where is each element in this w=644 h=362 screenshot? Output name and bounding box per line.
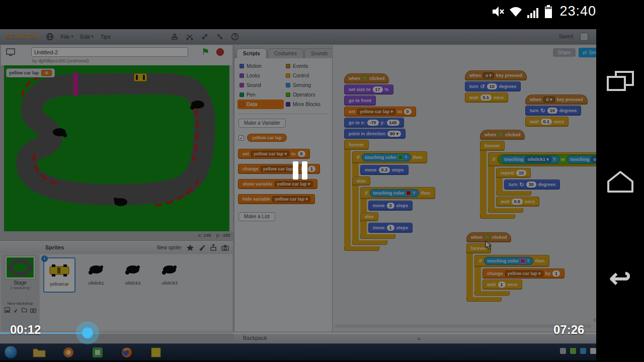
block-help-icon[interactable] [231, 33, 239, 41]
camera-backdrop-icon[interactable] [30, 307, 36, 313]
value-slot[interactable]: 3 [387, 203, 394, 209]
script-stack[interactable]: when⚑clickedforeveriftouching color?then… [466, 232, 565, 302]
sprite-library-icon[interactable] [187, 244, 194, 251]
scripts-pane[interactable]: Share ⇄ See project page when⚑clickedset… [333, 45, 601, 332]
dropdown[interactable]: yellow car lap ▾ [275, 181, 313, 187]
value-slot[interactable]: 10 [487, 83, 497, 89]
stack-block[interactable]: wait0.5secs [496, 197, 539, 207]
category-pen[interactable]: Pen [237, 90, 284, 100]
stack-block[interactable]: turn↻30degrees [504, 179, 560, 190]
language-globe-icon[interactable] [46, 33, 54, 41]
value-slot[interactable]: 1 [552, 270, 560, 277]
paint-backdrop-icon[interactable] [13, 307, 19, 313]
value-slot[interactable]: 0.1 [480, 95, 492, 101]
color-swatch[interactable] [398, 155, 403, 160]
category-events[interactable]: Events [284, 61, 332, 71]
tab-sounds[interactable]: Sounds [304, 48, 333, 58]
script-stack[interactable]: whena ▾key pressedturn↺10degreeswait0.1s… [465, 70, 527, 103]
c-block[interactable]: foreveriftouchingoilslick1 ▾?ortouchingo… [480, 141, 601, 219]
c-block[interactable]: foreveriftouching color?thenchangeyellow… [466, 243, 565, 302]
stack-block[interactable]: show variableyellow car lap ▾ [238, 179, 317, 189]
stack-block[interactable]: setyellow car lap ▾to0 [344, 107, 416, 117]
stack-block[interactable]: changeyellow car lap ▾by1 [238, 164, 320, 174]
tray-icon[interactable] [570, 348, 576, 354]
dropdown[interactable]: yellow car lap ▾ [357, 109, 395, 115]
boolean-condition[interactable]: touching color? [370, 189, 419, 197]
dropdown[interactable]: yellow car lap ▾ [251, 151, 289, 157]
stage-thumbnail[interactable] [6, 256, 35, 279]
stack-block[interactable]: wait0.1secs [465, 93, 508, 103]
color-swatch[interactable] [406, 191, 411, 196]
stack-block[interactable]: turn↻10degrees [525, 106, 581, 116]
boolean-condition[interactable]: touching color? [484, 257, 533, 265]
stack-block[interactable]: wait0.1secs [525, 117, 569, 127]
taskbar-firefox-icon[interactable] [119, 345, 134, 360]
menu-edit[interactable]: Edit▾ [80, 34, 94, 40]
paint-new-sprite-icon[interactable] [198, 244, 205, 251]
stack-block[interactable]: move3steps [368, 201, 413, 211]
stop-button[interactable] [216, 48, 224, 56]
dropdown[interactable]: yellow car lap ▾ [505, 270, 543, 277]
boolean-condition[interactable]: touchingoilslick1 ▾? [501, 155, 559, 163]
category-operators[interactable]: Operators [284, 90, 332, 100]
project-title-input[interactable] [31, 47, 188, 57]
stack-block[interactable]: go to x:-70y:145 [344, 118, 404, 128]
sprite-oilslick2[interactable]: oilslick2 [117, 257, 149, 293]
value-dropdown[interactable]: 90 ▾ [387, 131, 401, 137]
make-list-button[interactable]: Make a List [238, 212, 275, 221]
stack-block[interactable]: go to front [344, 96, 376, 106]
sprite-oilslick1[interactable]: oilslick1 [80, 257, 112, 293]
stack-block[interactable]: move0.3steps [360, 165, 409, 175]
tab-scripts[interactable]: Scripts [236, 48, 267, 58]
color-swatch[interactable] [520, 258, 525, 263]
hat-block[interactable]: whena ▾key pressed [465, 70, 527, 80]
script-stack[interactable]: when⚑clickedforeveriftouchingoilslick1 ▾… [480, 130, 601, 219]
stack-block[interactable]: setyellow car lap ▾to0 [238, 149, 310, 159]
variable-monitor[interactable]: yellow car lap 0 [6, 68, 55, 77]
pause-button[interactable] [293, 161, 307, 179]
value-slot[interactable]: 0.1 [541, 119, 552, 125]
home-button[interactable] [606, 169, 634, 196]
hat-block[interactable]: whend ▾key pressed [525, 95, 588, 105]
stack-block[interactable]: turn↺10degrees [465, 81, 521, 92]
value-slot[interactable]: 0 [404, 109, 412, 115]
sprite-info-badge[interactable]: i [41, 255, 48, 262]
value-slot[interactable]: 145 [387, 120, 399, 126]
value-slot[interactable]: -70 [367, 120, 379, 126]
category-data[interactable]: Data [237, 100, 284, 109]
c-block[interactable]: iftouchingoilslick1 ▾?ortouchingoilslick… [488, 152, 601, 213]
stack-block[interactable]: point in direction90 ▾ [344, 129, 406, 139]
c-block[interactable]: iftouching color?thenchangeyellow car la… [474, 255, 565, 296]
script-stack[interactable]: when⚑clickedset size to17%go to frontset… [344, 73, 435, 251]
category-sensing[interactable]: Sensing [284, 80, 332, 90]
sprite-yellowcar[interactable]: iyellowcar [43, 257, 75, 293]
taskbar-media-player-icon[interactable] [61, 345, 76, 360]
back-button[interactable]: ↩ [609, 265, 631, 291]
dropdown[interactable]: a ▾ [483, 72, 494, 78]
script-stack[interactable]: whend ▾key pressedturn↻10degreeswait0.1s… [525, 95, 588, 127]
dropdown[interactable]: d ▾ [543, 97, 555, 103]
category-motion[interactable]: Motion [237, 61, 284, 71]
value-slot[interactable]: 10 [547, 108, 557, 114]
value-slot[interactable]: 0.5 [512, 199, 523, 205]
category-sound[interactable]: Sound [237, 80, 284, 90]
tray-icon[interactable] [590, 348, 596, 354]
stack-block[interactable]: move1steps [368, 223, 413, 233]
taskbar-folder-icon[interactable] [32, 345, 47, 360]
stack-block[interactable]: set size to17% [344, 84, 393, 95]
stage-size-toggle-icon[interactable] [6, 48, 15, 56]
taskbar-utility-icon[interactable] [90, 345, 105, 360]
value-slot[interactable]: 1 [498, 282, 506, 288]
delete-icon[interactable] [186, 33, 194, 41]
stage[interactable]: yellow car lap 0 [4, 65, 229, 231]
value-slot[interactable]: 1 [387, 225, 394, 231]
camera-sprite-icon[interactable] [221, 244, 229, 251]
horizontal-scrollbar[interactable] [335, 324, 591, 328]
dropdown[interactable]: oilslick1 ▾ [525, 156, 552, 162]
make-variable-button[interactable]: Make a Variable [238, 119, 286, 128]
menu-file[interactable]: File▾ [61, 34, 73, 40]
sprite-oilslick3[interactable]: oilslick3 [153, 257, 186, 293]
menu-tips[interactable]: Tips [101, 34, 111, 40]
green-flag-button[interactable]: ⚑ [201, 46, 209, 57]
start-button[interactable] [4, 345, 18, 359]
